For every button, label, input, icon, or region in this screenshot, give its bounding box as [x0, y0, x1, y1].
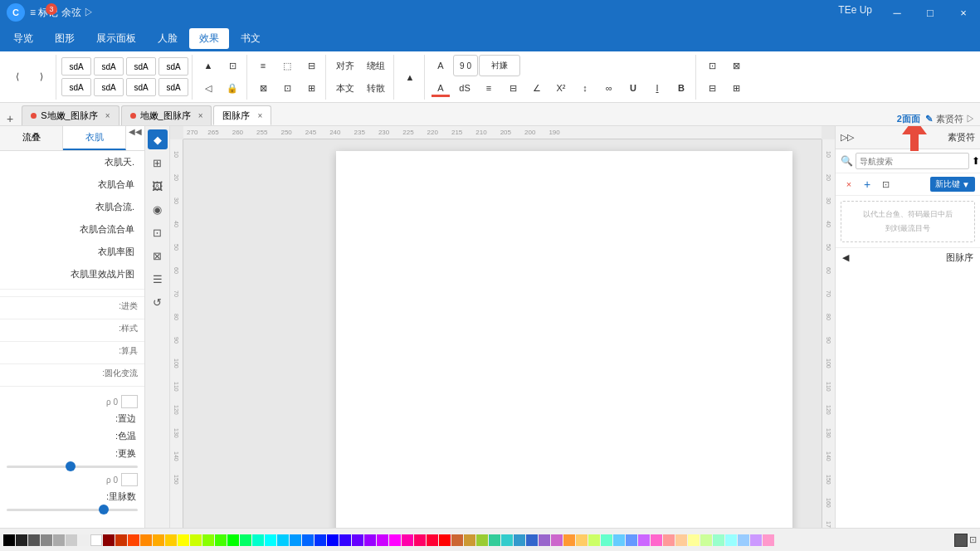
- color-swatch[interactable]: [227, 534, 239, 546]
- color-swatch[interactable]: [215, 534, 227, 546]
- color-swatch[interactable]: [16, 534, 27, 546]
- tab-1-close[interactable]: ×: [105, 111, 110, 120]
- color-swatch[interactable]: [90, 534, 102, 546]
- slider-1-thumb[interactable]: [66, 461, 76, 471]
- color-swatch[interactable]: [115, 534, 127, 546]
- prop-input-2[interactable]: [121, 473, 138, 486]
- iconbar-cross[interactable]: ⊠: [148, 246, 168, 266]
- color-swatch[interactable]: [738, 534, 749, 546]
- slider-2-thumb[interactable]: [99, 505, 109, 514]
- color-swatch[interactable]: [651, 534, 662, 546]
- panel-tab-assets[interactable]: 衣肌: [63, 126, 126, 150]
- sup-btn[interactable]: X²: [549, 77, 573, 99]
- color-swatch[interactable]: [165, 534, 177, 546]
- iconbar-bookmark[interactable]: ☰: [148, 269, 168, 289]
- color-swatch[interactable]: [66, 534, 77, 546]
- color-swatch[interactable]: [78, 534, 90, 546]
- color-swatch[interactable]: [302, 534, 314, 546]
- color-swatch[interactable]: [439, 534, 451, 546]
- align-center-btn[interactable]: ⊟: [300, 55, 323, 76]
- color-swatch[interactable]: [339, 534, 351, 546]
- style-btn-5[interactable]: sdA: [61, 78, 91, 96]
- color-swatch[interactable]: [178, 534, 189, 546]
- menu-face[interactable]: 人脸: [148, 28, 188, 49]
- tab-1[interactable]: S地嫩_图脉序 ×: [22, 105, 119, 125]
- tab-2-close[interactable]: ×: [198, 111, 203, 120]
- underline-btn[interactable]: dS: [453, 77, 476, 99]
- color-swatch[interactable]: [128, 534, 139, 546]
- paint-btn[interactable]: ⊡: [700, 55, 724, 76]
- menu-shape[interactable]: 图形: [45, 28, 85, 49]
- style-btn-7[interactable]: sdA: [126, 78, 156, 96]
- menu-guide[interactable]: 导览: [3, 28, 43, 49]
- style-btn-8[interactable]: sdA: [158, 78, 188, 96]
- color-swatch[interactable]: [140, 534, 152, 546]
- text-btn[interactable]: 本文: [330, 77, 360, 99]
- color-swatch[interactable]: [402, 534, 413, 546]
- color-swatch[interactable]: [750, 534, 762, 546]
- canvas-page[interactable]: [336, 151, 792, 528]
- color-swatch[interactable]: [352, 534, 363, 546]
- rp-upload-icon[interactable]: ⬆: [972, 155, 980, 167]
- color-swatch[interactable]: [563, 534, 575, 546]
- iconbar-box[interactable]: ⊡: [148, 222, 168, 242]
- nav-item-2[interactable]: 衣肌合单: [0, 173, 144, 196]
- font-A-btn[interactable]: A: [429, 55, 452, 76]
- color-swatch[interactable]: [427, 534, 438, 546]
- text-color-btn[interactable]: A: [429, 77, 452, 99]
- notification-badge[interactable]: 3: [46, 3, 57, 15]
- panel-collapse-btn[interactable]: ◀◀: [126, 126, 144, 150]
- slider-2-track[interactable]: [7, 509, 138, 511]
- color-swatch[interactable]: [414, 534, 426, 546]
- italic-btn[interactable]: I: [646, 77, 669, 99]
- style-btn-1[interactable]: sdA: [61, 57, 91, 76]
- clear-style-btn[interactable]: ⊞: [724, 77, 748, 99]
- rp-expand-icon[interactable]: ▷▷: [841, 132, 854, 143]
- color-swatch[interactable]: [638, 534, 650, 546]
- panel-tab-layers[interactable]: 流叠: [0, 126, 63, 150]
- color-swatch[interactable]: [663, 534, 675, 546]
- color-swatch[interactable]: [476, 534, 488, 546]
- menu-panel[interactable]: 展示面板: [86, 28, 146, 49]
- link-btn[interactable]: ∞: [597, 77, 621, 99]
- canvas-area[interactable]: 270 265 260 255 250 245 240 235 230 225 …: [170, 126, 835, 528]
- color-swatch[interactable]: [327, 534, 339, 546]
- align-mid-btn[interactable]: ⊟: [501, 77, 524, 99]
- style-btn-3[interactable]: sdA: [126, 57, 156, 76]
- color-swatch[interactable]: [713, 534, 724, 546]
- color-swatch[interactable]: [501, 534, 513, 546]
- color-swatch[interactable]: [202, 534, 214, 546]
- font-size-input[interactable]: 9 0: [453, 55, 478, 76]
- color-swatch[interactable]: [613, 534, 625, 546]
- minimize-button[interactable]: ─: [880, 0, 914, 25]
- color-swatch[interactable]: [514, 534, 525, 546]
- color-swatch[interactable]: [688, 534, 700, 546]
- tab-3-close[interactable]: ×: [257, 111, 262, 120]
- color-swatch[interactable]: [576, 534, 588, 546]
- transform-box-btn[interactable]: ⊡: [221, 55, 244, 76]
- tab-3[interactable]: 图脉序 ×: [213, 105, 271, 125]
- color-swatch[interactable]: [53, 534, 65, 546]
- sub-btn[interactable]: ∠: [525, 77, 549, 99]
- color-swatch[interactable]: [489, 534, 500, 546]
- color-swatch[interactable]: [675, 534, 687, 546]
- nav-item-5[interactable]: 衣肌率图: [0, 241, 144, 263]
- nav-item-4[interactable]: 衣肌合流合单: [0, 218, 144, 241]
- color-swatch[interactable]: [725, 534, 737, 546]
- undo-button[interactable]: ⟨: [6, 66, 29, 88]
- nav-item-3[interactable]: 衣肌合流.: [0, 196, 144, 218]
- color-swatch[interactable]: [28, 534, 40, 546]
- close-button[interactable]: ×: [947, 0, 980, 25]
- distribute-h-btn[interactable]: ⊠: [251, 77, 275, 99]
- color-swatch[interactable]: [103, 534, 115, 546]
- color-swatch[interactable]: [700, 534, 712, 546]
- copy-style-btn[interactable]: ⊠: [724, 55, 748, 76]
- prop-input-1[interactable]: [121, 395, 138, 408]
- align-btn[interactable]: 对齐: [330, 55, 360, 76]
- color-swatch[interactable]: [277, 534, 289, 546]
- paste-style-btn[interactable]: ⊟: [700, 77, 724, 99]
- style-btn-6[interactable]: sdA: [94, 78, 124, 96]
- color-swatch[interactable]: [601, 534, 612, 546]
- color-swatch[interactable]: [377, 534, 388, 546]
- strikethrough-btn[interactable]: ↕: [573, 77, 597, 99]
